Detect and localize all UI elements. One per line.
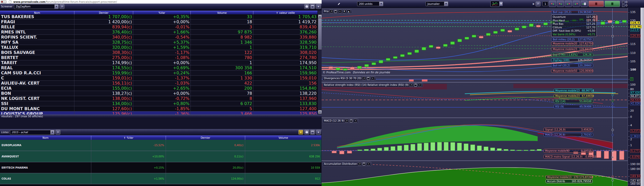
window-icon[interactable] <box>334 10 337 13</box>
table-row[interactable]: FRAGI1 420,00(c)+0,00%181 419,72 <box>0 19 318 25</box>
close-icon[interactable]: × <box>367 162 370 166</box>
chevron-down-icon[interactable]: ▼ <box>50 130 54 134</box>
print-button[interactable] <box>304 4 309 9</box>
timeframe-select[interactable]: Journalier ▼ <box>426 2 448 6</box>
order-button-3[interactable]: ▲▼ <box>565 1 572 7</box>
window-icon[interactable] <box>414 83 417 87</box>
order-button-5[interactable]: ▲ <box>581 1 588 7</box>
panel-expand-icon[interactable]: ▶ <box>533 3 535 5</box>
info-row: Plus Haut127,75 <box>553 19 595 22</box>
chevron-down-icon[interactable]: ▼ <box>54 5 58 9</box>
list-item[interactable]: EUROPLASMA-15,52%0,40(c)2 530k <box>0 140 321 151</box>
column-header-var[interactable]: %Var <box>133 11 190 15</box>
chart-type-dropdown-icon[interactable]: ▼ <box>500 2 503 6</box>
window-icon[interactable] <box>362 162 366 166</box>
restore-window-button[interactable] <box>310 130 315 135</box>
list-item[interactable]: ERYTECH PHARMA+0,15%20,05(c)10 559 <box>0 162 321 173</box>
panel-title: Relative strength index (RSI) (14) Relat… <box>324 84 409 86</box>
column-header-valeur-veille[interactable]: ⇑valeur veille <box>253 11 318 15</box>
column-header-nom[interactable]: Nom <box>0 11 74 15</box>
list-item[interactable]: AVANQUEST+10,00%0,11(c)638 256 <box>0 151 321 162</box>
table-row[interactable]: CAM SUD R.A.CCI159,99(c)+0,24%166159,960 <box>0 71 318 76</box>
wrench-icon[interactable] <box>345 119 348 122</box>
orders-toggle-2[interactable]: O <box>622 4 627 7</box>
column-header-dernier[interactable]: Dernier <box>74 11 133 15</box>
scrollbar-thumb[interactable] <box>318 18 322 50</box>
table-row[interactable]: BERTET275,00(c)-1,08%780274,780 <box>0 55 318 60</box>
order-button-2[interactable]: ▼▲ <box>557 1 564 7</box>
list-item[interactable]: COLAS+1,56%124,00(c)912 <box>0 173 321 184</box>
window-icon[interactable] <box>349 119 353 122</box>
list-select[interactable]: 2015 - achat ▼ <box>10 130 54 135</box>
table-row[interactable]: MFY SA328,75(c)+5,37%1 346328,590 <box>0 40 318 45</box>
orders-toggle-1[interactable]: O <box>622 1 627 4</box>
column-header-volume[interactable]: Volume <box>190 11 253 15</box>
column-header-var[interactable]: ⇑%Var <box>91 136 166 140</box>
arrow-up-icon[interactable]: ▲ <box>347 10 351 13</box>
export-down-button[interactable]: ▼ <box>298 130 303 135</box>
table-row[interactable]: TAREIT174,99(c)+0,00%1174,950 <box>0 60 318 65</box>
order-button-4[interactable]: ▲▼ <box>573 1 580 7</box>
site-info-icon[interactable]: i <box>9 0 12 3</box>
url-text[interactable]: www.prorealcode.com/forum/prorealtime-fo… <box>13 1 117 3</box>
chart-type-button[interactable]: + <box>490 1 500 7</box>
cell-volume: 638 256 <box>245 151 321 162</box>
table-row[interactable]: BOIS SAUVAGE308,30(c)-1,17%122308,020 <box>0 50 318 55</box>
close-icon[interactable]: × <box>371 77 375 80</box>
wrench-icon[interactable] <box>330 10 333 13</box>
buy-button[interactable] <box>605 1 620 7</box>
close-icon[interactable]: × <box>418 83 422 87</box>
table-row[interactable]: SSI134,00(c)+0,80%6 072133,830 <box>0 101 318 106</box>
column-header-nom[interactable]: Nom <box>0 136 91 140</box>
table-row[interactable]: NK LOGIST. CERT138,00(c)-0,72%8137,960 <box>0 96 318 101</box>
candle-body <box>357 66 361 68</box>
close-icon[interactable]: × <box>338 10 342 13</box>
restore-window-button[interactable] <box>310 4 315 9</box>
table-row[interactable]: DU MONT BLANC127,60(c)-1,85%5127,400 <box>0 106 318 111</box>
screener-scrollbar[interactable]: ▲ ▼ <box>318 11 322 114</box>
units-select[interactable]: 200 unités ▼ <box>357 2 383 6</box>
screener-settings-button[interactable] <box>60 4 64 9</box>
candle-body <box>386 58 390 61</box>
browser-button[interactable] <box>1 0 7 3</box>
print-button[interactable] <box>304 130 309 135</box>
window-icon[interactable] <box>367 77 370 80</box>
candle-body <box>601 22 605 25</box>
table-row[interactable]: REAL174,55(c)+0,69%300 358174,510 <box>0 65 318 71</box>
table-row[interactable]: TALLUX320,00(c)+1,59%1319,710 <box>0 45 318 50</box>
chart-settings-button[interactable] <box>536 2 540 6</box>
chip-label: Moyenne mobile23 <box>553 48 577 51</box>
browser-button-icon <box>1 1 3 3</box>
arrow-down-icon[interactable]: ▼ <box>343 10 346 13</box>
table-row[interactable]: ROFINS SCIENT.340,05(c)-0,54%8 982339,88… <box>0 35 318 40</box>
order-button-1[interactable]: ▼▲ <box>549 1 556 7</box>
column-header-dernier[interactable]: Dernier <box>166 136 245 140</box>
table-row[interactable]: BON138,27(c)+0,00%78138,220 <box>0 91 318 96</box>
table-row[interactable]: RELLE839,94(c)-0,01%3839,430 <box>0 25 318 30</box>
table-row[interactable]: ECIA155,00(c)+2,65%200154,840 <box>0 86 318 91</box>
screener-select[interactable]: ZigZagRom ▼ <box>14 4 59 9</box>
wrench-icon[interactable] <box>362 77 366 80</box>
table-row[interactable]: C159,01(c)-1,37%1 330159,010 <box>0 76 318 81</box>
sell-button[interactable] <box>589 1 604 7</box>
macd-chart[interactable] <box>322 118 628 160</box>
chevron-down-icon[interactable]: ▼ <box>379 2 383 6</box>
close-screener-button[interactable]: × <box>316 4 321 9</box>
chevron-down-icon[interactable]: ▼ <box>444 2 448 6</box>
close-icon[interactable]: × <box>354 119 357 122</box>
table-row[interactable]: TUS BAKERIES1 707,00(c)+0,35%331 705,43 <box>0 14 318 19</box>
scroll-up-icon[interactable]: ▲ <box>318 15 322 18</box>
column-header-volume[interactable]: Volume <box>245 136 321 140</box>
table-row[interactable]: AULIEU-AV. CERT156,11(c)-1,03%422156 <box>0 81 318 86</box>
cell-dernier: 174,55(c) <box>74 65 133 70</box>
quantity-input[interactable]: 1 <box>543 2 548 6</box>
close-list-button[interactable]: × <box>316 130 321 135</box>
list-settings-button[interactable] <box>55 130 60 135</box>
scroll-down-icon[interactable]: ▼ <box>318 110 322 114</box>
wrench-icon[interactable] <box>358 162 361 166</box>
cell-nom: ERYTECH PHARMA <box>0 162 91 173</box>
pencil-icon[interactable] <box>337 2 341 6</box>
wrench-icon[interactable] <box>409 83 413 87</box>
table-row[interactable]: RMES INTL376,40(c)+1,66%97 875376,260 <box>0 30 318 35</box>
chart-scrollbar[interactable] <box>640 8 644 186</box>
